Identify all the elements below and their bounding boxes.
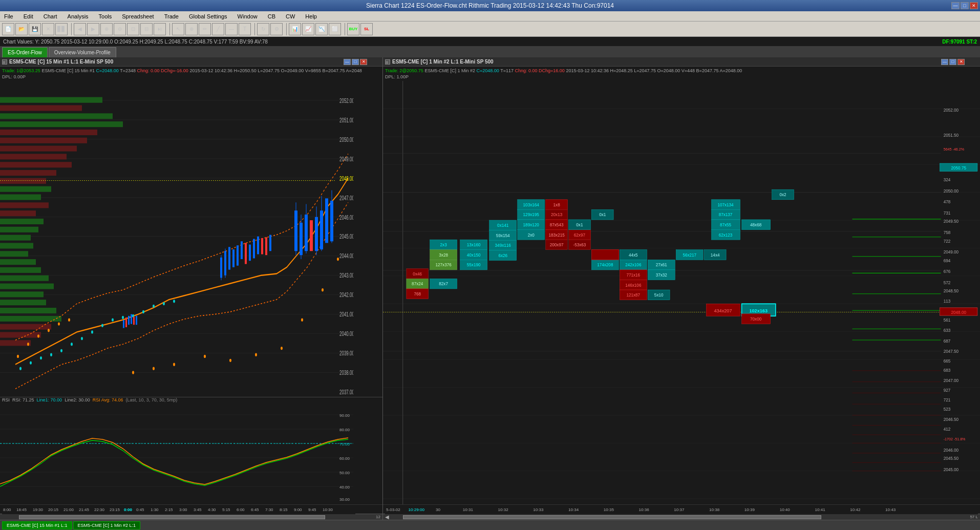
tb-next[interactable]: ▶ (87, 23, 99, 35)
left-scrollbar[interactable]: 12 (0, 514, 382, 520)
menu-cw[interactable]: CW (284, 12, 297, 20)
right-chart-close[interactable]: ✕ (957, 59, 965, 65)
svg-text:129x195: 129x195 (523, 212, 540, 217)
tb-replay[interactable]: ⏯ (154, 23, 166, 35)
tb-prev[interactable]: ◀ (74, 23, 86, 35)
right-scrollbar-thumb[interactable] (403, 515, 821, 519)
right-chart-title: ESM5-CME [C] 1 Min #2 L:1 E-Mini SP 500 (392, 59, 494, 65)
menu-edit[interactable]: Edit (22, 12, 35, 20)
tb-extra2[interactable]: 📈 (302, 23, 314, 35)
tb-open[interactable]: 📂 (15, 23, 28, 35)
df-indicator: DF:97091 ST:2 (942, 39, 977, 45)
menu-analysis[interactable]: Analysis (66, 12, 91, 20)
tb-extra3[interactable]: 📉 (315, 23, 328, 35)
svg-point-72 (204, 355, 206, 358)
left-chart-area[interactable]: 2052.00 2051.00 2050.00 2049.00 2048.00 … (0, 81, 382, 397)
menu-spreadsheet[interactable]: Spreadsheet (120, 12, 156, 20)
svg-text:927: 927 (944, 388, 951, 393)
left-chart-min[interactable]: — (344, 59, 351, 65)
status-tab-1min[interactable]: ESM5-CME [C] 1 Min #2 L:1 (73, 521, 141, 529)
svg-text:4:30: 4:30 (208, 507, 216, 512)
tb-text[interactable]: T (239, 23, 251, 35)
svg-text:50.00: 50.00 (339, 471, 350, 475)
maximize-button[interactable]: □ (961, 2, 969, 9)
menu-window[interactable]: Window (236, 12, 260, 20)
svg-text:561: 561 (944, 317, 951, 323)
svg-rect-86 (241, 241, 243, 259)
tb-draw[interactable]: ✏ (199, 23, 211, 35)
svg-rect-35 (0, 251, 28, 257)
svg-point-68 (68, 319, 70, 322)
svg-text:0x46: 0x46 (413, 271, 422, 277)
left-chart-max[interactable]: □ (352, 59, 359, 65)
tb-bars[interactable]: ▊▊ (55, 23, 68, 35)
svg-rect-44 (0, 324, 51, 330)
svg-point-64 (27, 343, 29, 346)
tb-sell[interactable]: SL (360, 23, 373, 35)
svg-rect-89 (253, 239, 255, 259)
tb-crosshair[interactable]: ⊕ (185, 23, 198, 35)
menu-tools[interactable]: Tools (97, 12, 114, 20)
svg-text:20x13: 20x13 (551, 212, 562, 217)
left-chart-menu-icon[interactable]: ≡ (2, 59, 7, 65)
tb-cursor[interactable]: ↖ (172, 23, 184, 35)
right-scroll-left[interactable]: ◀ (383, 514, 391, 520)
close-button[interactable]: ✕ (970, 2, 978, 9)
minimize-button[interactable]: — (951, 2, 960, 9)
right-chart-area[interactable]: 0x46 87x24 768 2x3 3x28 127x376 82x7 1 (383, 81, 980, 504)
tb-zoom-in[interactable]: ⊕ (100, 23, 113, 35)
menu-trade[interactable]: Trade (162, 12, 181, 20)
svg-text:10:30: 10:30 (323, 507, 333, 512)
svg-text:8:00: 8:00 (3, 507, 11, 512)
tb-sep-4 (285, 23, 287, 35)
menu-help[interactable]: Help (303, 12, 319, 20)
tb-close[interactable]: ✕ (42, 23, 54, 35)
tab-es-order-flow[interactable]: ES-Order-Flow (2, 47, 48, 57)
tb-extra1[interactable]: 📊 (289, 23, 301, 35)
svg-rect-22 (0, 146, 77, 152)
right-chart-menu-icon[interactable]: ≡ (385, 59, 390, 65)
menu-global-settings[interactable]: Global Settings (187, 12, 229, 20)
tb-hline[interactable]: — (225, 23, 238, 35)
svg-point-67 (58, 322, 60, 325)
left-chart-title: ESM5-CME [C] 15 Min #1 L:1 E-Mini SP 500 (9, 59, 113, 65)
svg-text:2047.00: 2047.00 (339, 194, 353, 201)
svg-text:10:40: 10:40 (780, 507, 791, 512)
menu-cb[interactable]: CB (266, 12, 278, 20)
tb-save[interactable]: 💾 (29, 23, 41, 35)
tb-period[interactable]: ⊟ (140, 23, 153, 35)
tb-refresh[interactable]: ↻ (257, 23, 269, 35)
svg-point-60 (153, 305, 155, 308)
tb-sep-3 (253, 23, 255, 35)
tab-overview-volume-profile[interactable]: Overview-Volume-Profile (49, 47, 116, 57)
svg-text:87x55: 87x55 (720, 222, 731, 227)
tb-buy[interactable]: BUY (347, 23, 359, 35)
svg-text:2052.00: 2052.00 (944, 108, 959, 113)
left-scrollbar-thumb[interactable] (19, 515, 325, 519)
right-chart-min[interactable]: — (941, 59, 948, 65)
left-chart-close[interactable]: ✕ (360, 59, 367, 65)
tb-sep-1 (70, 23, 72, 35)
svg-rect-30 (0, 210, 36, 216)
svg-rect-91 (261, 238, 263, 255)
svg-text:-53x63: -53x63 (573, 242, 586, 247)
tb-sep-5 (343, 23, 345, 35)
svg-text:2045.00: 2045.00 (339, 233, 353, 240)
svg-rect-88 (249, 245, 251, 261)
right-scrollbar[interactable]: ◀ 57 L (383, 514, 980, 520)
svg-text:0:45: 0:45 (136, 507, 144, 512)
menu-chart[interactable]: Chart (41, 12, 59, 20)
svg-point-70 (153, 367, 155, 370)
status-tab-15min[interactable]: ESM5-CME [C] 15 Min #1 L:1 (2, 521, 72, 529)
svg-text:242x106: 242x106 (625, 262, 642, 267)
tb-extra4[interactable]: ⬜ (329, 23, 341, 35)
tb-settings[interactable]: ⚙ (270, 23, 283, 35)
tb-new[interactable]: 📄 (2, 23, 14, 35)
tb-line[interactable]: ╱ (212, 23, 224, 35)
menu-file[interactable]: File (2, 12, 15, 20)
svg-rect-109 (125, 317, 127, 327)
tb-zoom-out[interactable]: ⊖ (114, 23, 126, 35)
right-chart-max[interactable]: □ (949, 59, 956, 65)
tb-fit[interactable]: ⊡ (127, 23, 139, 35)
svg-rect-36 (0, 259, 36, 265)
